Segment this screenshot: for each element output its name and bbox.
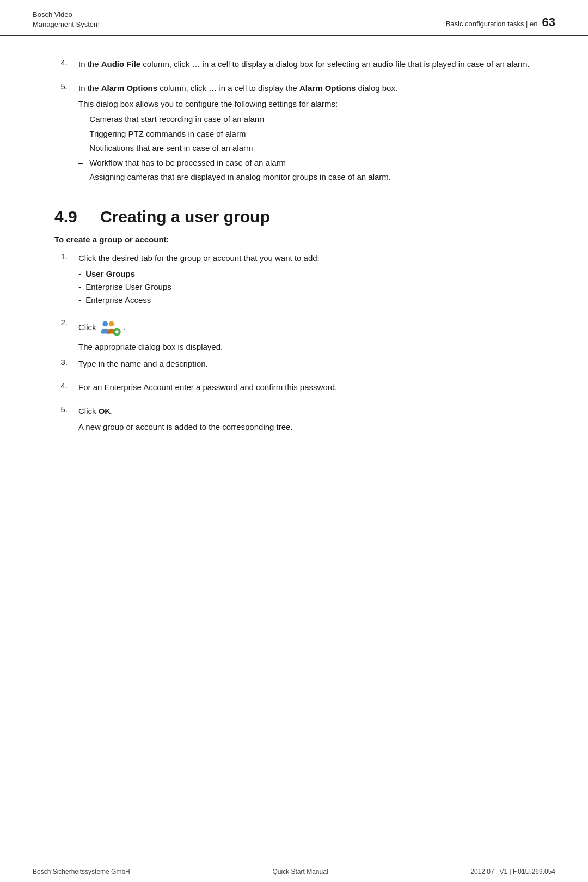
section-step-3: 3. Type in the name and a description. — [54, 357, 534, 370]
section-step-5-number: 5. — [54, 405, 68, 437]
list-item: - Enterprise Access — [78, 294, 534, 307]
company-line2: Management System — [33, 20, 100, 29]
ok-bold: OK — [99, 406, 111, 416]
step-4-number: 4. — [54, 58, 68, 70]
step-2-followup: The appropriate dialog box is displayed. — [78, 340, 534, 353]
add-group-icon — [100, 318, 121, 337]
list-item: –Cameras that start recording in case of… — [78, 113, 534, 126]
svg-point-1 — [108, 321, 114, 326]
enterprise-user-groups-option: Enterprise User Groups — [85, 282, 171, 291]
audio-file-bold: Audio File — [101, 59, 141, 69]
section-title: Creating a user group — [100, 208, 270, 226]
footer-company: Bosch Sicherheitssysteme GmbH — [33, 868, 130, 875]
step-5-result: A new group or account is added to the c… — [78, 421, 534, 433]
option-dash: - — [78, 282, 81, 291]
period-after-icon: . — [124, 321, 126, 333]
svg-rect-4 — [115, 330, 117, 334]
header-section-info: Basic configuration tasks | en 63 — [446, 15, 555, 29]
dash-icon: – — [78, 157, 83, 169]
footer-version: 2012.07 | V1 | F.01U.269.054 — [470, 868, 555, 875]
section-step-4-content: For an Enterprise Account enter a passwo… — [78, 381, 534, 393]
page-content: 4. In the Audio File column, click … in … — [0, 36, 588, 861]
option-dash: - — [78, 269, 81, 278]
tab-options-list: - User Groups - Enterprise User Groups -… — [78, 267, 534, 307]
page-number: 63 — [542, 15, 555, 29]
list-item: - Enterprise User Groups — [78, 281, 534, 294]
bullet-text: Workflow that has to be processed in cas… — [89, 157, 286, 169]
section-step-2: 2. Click — [54, 318, 534, 353]
dash-icon: – — [78, 142, 83, 155]
company-line1: Bosch Video — [33, 10, 100, 20]
bullet-text: Triggering PTZ commands in case of alarm — [89, 128, 246, 141]
click-text: Click — [78, 321, 96, 333]
section-number: 4.9 — [54, 208, 87, 226]
svg-point-0 — [102, 321, 108, 326]
user-groups-option: User Groups — [85, 269, 135, 278]
step-5-content: In the Alarm Options column, click … in … — [78, 82, 534, 186]
page-header: Bosch Video Management System Basic conf… — [0, 0, 588, 36]
section-4-9-heading: 4.9 Creating a user group — [54, 208, 534, 226]
procedure-heading: To create a group or account: — [54, 235, 534, 244]
section-step-2-number: 2. — [54, 318, 68, 327]
section-label: Basic configuration tasks | en — [446, 20, 538, 28]
section-step-3-number: 3. — [54, 357, 68, 370]
list-item: –Notifications that are sent in case of … — [78, 142, 534, 155]
section-step-1: 1. Click the desired tab for the group o… — [54, 252, 534, 307]
bullet-text: Assigning cameras that are displayed in … — [89, 171, 391, 184]
page-container: Bosch Video Management System Basic conf… — [0, 0, 588, 882]
section-step-5-content: Click OK. A new group or account is adde… — [78, 405, 534, 437]
dash-icon: – — [78, 113, 83, 126]
step-5-click-ok: Click OK. — [78, 405, 534, 417]
dash-icon: – — [78, 171, 83, 184]
dash-icon: – — [78, 128, 83, 141]
bullet-text: Notifications that are sent in case of a… — [89, 142, 253, 155]
section-step-2-content: Click — [78, 318, 534, 353]
page-footer: Bosch Sicherheitssysteme GmbH Quick Star… — [0, 861, 588, 882]
alarm-options-bold-2: Alarm Options — [299, 83, 356, 93]
step-5: 5. In the Alarm Options column, click … … — [54, 82, 534, 186]
step-4: 4. In the Audio File column, click … in … — [54, 58, 534, 70]
option-dash: - — [78, 295, 81, 305]
footer-manual: Quick Start Manual — [273, 868, 328, 875]
section-step-1-content: Click the desired tab for the group or a… — [78, 252, 534, 307]
header-company: Bosch Video Management System — [33, 10, 100, 29]
bullet-text: Cameras that start recording in case of … — [89, 113, 264, 126]
step-5-intro: In the Alarm Options column, click … in … — [78, 82, 534, 94]
step-5-description: This dialog box allows you to configure … — [78, 98, 534, 110]
section-step-3-content: Type in the name and a description. — [78, 357, 534, 370]
list-item: –Triggering PTZ commands in case of alar… — [78, 128, 534, 141]
section-step-5: 5. Click OK. A new group or account is a… — [54, 405, 534, 437]
step-5-number: 5. — [54, 82, 68, 186]
list-item: –Workflow that has to be processed in ca… — [78, 157, 534, 169]
step-1-text: Click the desired tab for the group or a… — [78, 252, 534, 264]
section-step-4: 4. For an Enterprise Account enter a pas… — [54, 381, 534, 393]
step-4-content: In the Audio File column, click … in a c… — [78, 58, 534, 70]
list-item: –Assigning cameras that are displayed in… — [78, 171, 534, 184]
section-step-1-number: 1. — [54, 252, 68, 307]
click-icon-line: Click — [78, 318, 534, 337]
list-item: - User Groups — [78, 267, 534, 281]
alarm-options-bold-1: Alarm Options — [101, 83, 157, 93]
alarm-settings-list: –Cameras that start recording in case of… — [78, 113, 534, 184]
enterprise-access-option: Enterprise Access — [85, 295, 151, 305]
section-step-4-number: 4. — [54, 381, 68, 393]
